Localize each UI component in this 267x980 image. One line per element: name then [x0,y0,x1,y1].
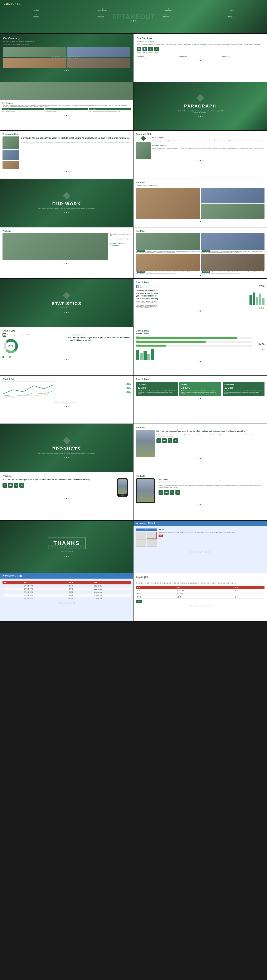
company-body: and believe in, and it will come natural… [3,44,130,45]
hcell-3-2: 신분증 [176,595,234,598]
portfolio-section-r: Portfolio [136,230,264,232]
hcell-3-3: 필수 [234,595,264,598]
nav-item-2[interactable]: 2 Our Company [98,8,107,11]
dots-16 [136,398,264,399]
port-watermark: PPTAKEOUT [110,237,131,240]
leadership-box: Leadership 12-34% By faith I mean a visi… [136,382,178,396]
pct-100b: 100% [126,387,131,389]
row-4: Paragraph Slide Don't aim for success if… [0,130,267,179]
portfolio-section-l: Portfolio [3,230,131,232]
doc-btn[interactable]: 확인 [159,535,163,537]
products-body: By faith I mean a vision of a good man a… [156,434,264,437]
portfolio-grid-r [136,188,264,219]
doc-row-3: 3 공지사항 제목 관리자 2015.01.03 [3,591,131,594]
nav-item-7[interactable]: 6 Projects create design [163,14,169,18]
dots-12 [136,310,264,312]
our-product-slide: Products Our Product PPTAKEOUT By faith … [134,473,267,520]
our-work-dark: PPTAKEOUT OUR WORK Don't aim for success… [0,179,134,227]
nav-item-4[interactable]: 4 Break [230,8,234,11]
nav-item-3[interactable]: 3 Our Work [165,8,172,11]
row-2: PPTAKEOUT Our Company Don't aim for succ… [0,34,267,82]
doc-notice-title: 공지사항 [159,528,264,531]
leadership-title: Leadership [138,384,176,386]
work-diamond [63,192,70,199]
h-bar-3-fill [136,345,166,347]
chart-pie-summary: The summary of company report 2015 [7,334,29,336]
svc-icon-4: ✉ Contact [154,47,159,53]
svc-col-2: Service 02 Enter a column of given [46,108,88,112]
second-chapter-block: Second chapter By faith I mean a vision … [152,145,264,151]
leadership-text: By faith I mean a vision of a good man a… [138,390,176,395]
cooperation-text: By faith I mean a vision of a good man a… [224,390,263,395]
quality-box: Quality 34-67% By faith I mean a vision … [180,382,221,396]
service01-text: Enter a column of given [137,57,178,59]
chart-pie-slide: Chart & Data 📊 The summary of company re… [0,327,134,375]
nav-sub-6: create design [98,17,104,18]
nav-label-break: Break [230,10,234,11]
line-chart-svg: 2011 2012 2013 2014 2015 [3,382,55,398]
doc-cell-3-2: 공지사항 제목 [22,591,67,594]
paragraph-dark-slide: PPTAKEOUT PARAGRAPH Don't aim for succes… [134,82,267,130]
blue-doc-header-1: PPTAKEOUT 공지사항 [134,521,267,526]
company-image-grid [3,47,130,68]
svc-col-2-title: Service 02 [46,108,88,110]
first-chapter-block: First chapter By faith I mean a vision o… [152,137,264,143]
service-items-row: Service 01 Enter a column of given Servi… [137,55,264,59]
icon-email: ✉ [154,47,159,51]
slide-dots [4,21,263,21]
v-bar-s4 [147,354,150,360]
work-subtitle: Don't aim for success if you want it; ju… [38,207,95,209]
nav-item-1[interactable]: 1 Welcome [33,8,39,11]
nav-item-5[interactable]: 4 Statistics create design [33,14,39,18]
thanks-box: THANKS [48,537,85,549]
row-5: PPTAKEOUT OUR WORK Don't aim for success… [0,179,267,228]
hakbumo-table: 항목 내용 비고 일정 2015년 3월 참조 장소 학교 강당 - 준비물 [136,586,264,598]
doc-cell-3-1: 3 [3,591,22,594]
svc-col-3-title: Service 03 [89,108,131,110]
para-right-content: First chapter By faith I mean a vision o… [136,137,264,159]
nav-label-portfolio: Portfolio [98,16,104,17]
row-9: Chart & Data 2011 2012 2013 2014 2015 10… [0,375,267,424]
x-label-5: 2015 [43,396,46,398]
our-product-icons: 🛒 📖 🔧 ✉ [159,490,264,495]
cooperation-box: Cooperation 12-34% By faith I mean a vis… [223,382,264,396]
prod-icon-4: ✉ [173,438,178,443]
hakbumo-confirm-btn[interactable]: 확인 [136,600,142,603]
icon-4-label: Contact [154,52,158,53]
paragraph-white-right: Paragraph Slide First chapter By faith I… [134,130,267,178]
doc-cell-1-3: 관리자 [67,584,93,587]
our-company-title: Our Company [3,37,130,40]
chart-pie-quote: Don't aim for success if you want it; ju… [68,336,131,342]
stat-34: 34% [259,306,264,309]
dots-21 [64,555,69,557]
interior-img-2 [201,233,264,250]
cooperation-pct: 12-34% [224,387,263,389]
chart-bars-area: 87% 34% [161,285,264,309]
phone-screen [118,479,127,494]
bar-6 [262,298,264,305]
blue-doc-header-2: PPTAKEOUT 공지사항 [0,573,133,579]
chart-summary: The summary of company report 2015 [140,285,159,288]
dots-4 [198,116,203,117]
chart-icon: 📊 [136,285,139,288]
road-img [136,430,155,457]
para-img-3 [3,161,19,169]
doc-cell-5-3: 관리자 [67,597,93,600]
interior-text-1: By faith I mean a vision of a good man a… [136,251,200,253]
products-road-slide: Products Don't aim for success if you wa… [134,424,267,472]
our-services-white-slide: Our Services An Awesome Company By faith… [134,34,267,82]
port-main-img [3,233,108,260]
doc-thumb-1 [136,531,146,539]
hcell-1-1: 일정 [136,589,176,592]
svc-col-1-text: Enter a column of given text [2,111,44,112]
nav-item-6[interactable]: 5 Portfolio create design [98,14,104,18]
dots-13 [3,359,131,360]
x-label-2: 2012 [12,396,15,398]
products-phone-title: Products [3,475,131,477]
para-left-content: Don't aim for success if you want it; ju… [3,137,131,169]
dots-18 [136,458,264,459]
dots-20 [136,504,264,505]
our-product-watermark: PPTAKEOUT [159,481,264,484]
nav-item-8[interactable]: 7 Contact create design [227,14,234,18]
interior-img-3 [136,254,200,270]
